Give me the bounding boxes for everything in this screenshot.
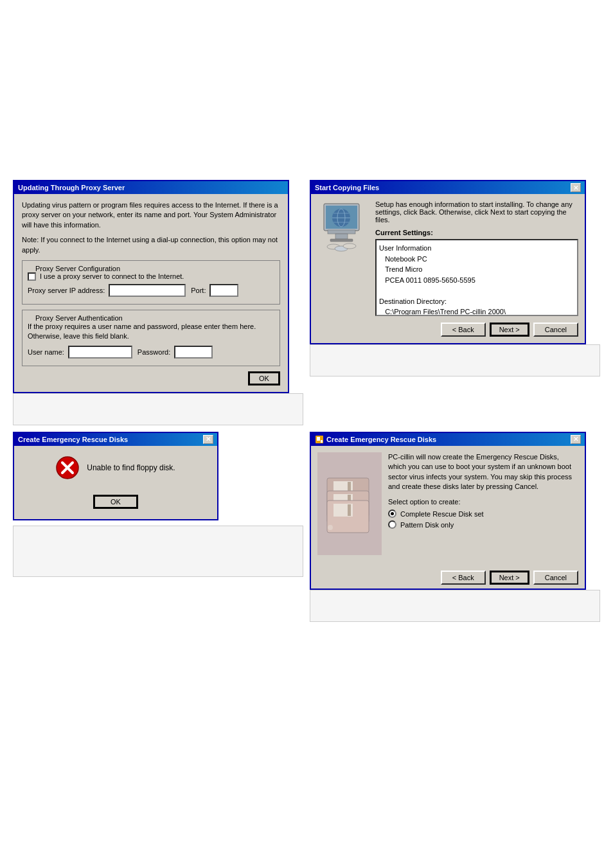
- svg-rect-18: [321, 440, 323, 443]
- rescue-disk-image: [317, 452, 382, 555]
- rescue-error-buttons: OK: [24, 495, 207, 509]
- rescue-error-close-button[interactable]: ✕: [203, 435, 213, 444]
- proxy-password-input[interactable]: [174, 346, 213, 359]
- copy-next-button[interactable]: Next >: [490, 323, 529, 337]
- rescue-titlebar-icon: [315, 435, 324, 444]
- rescue-error-titlebar: Create Emergency Rescue Disks ✕: [14, 433, 217, 446]
- proxy-credentials-row: User name: Password:: [28, 346, 274, 359]
- rescue-main-close-button[interactable]: ✕: [571, 435, 581, 444]
- rescue-next-button[interactable]: Next >: [490, 571, 529, 585]
- copy-settings-box: User Information Notebook PC Trend Micro…: [375, 239, 578, 316]
- rescue-cancel-button[interactable]: Cancel: [533, 571, 578, 585]
- proxy-ip-input[interactable]: [109, 284, 186, 297]
- computer-illustration: [317, 200, 366, 255]
- proxy-dialog-titlebar: Updating Through Proxy Server: [14, 181, 288, 194]
- proxy-server-dialog: Updating Through Proxy Server Updating v…: [13, 180, 289, 393]
- proxy-auth-text: If the proxy requires a user name and pa…: [28, 322, 274, 342]
- rescue-main-buttons: < Back Next > Cancel: [311, 567, 585, 589]
- proxy-dialog-title: Updating Through Proxy Server: [18, 184, 125, 191]
- copy-dialog-title: Start Copying Files: [315, 184, 379, 191]
- rescue-radio-1[interactable]: [388, 509, 396, 518]
- svg-rect-17: [317, 437, 320, 441]
- rescue-main-dialog: Create Emergency Rescue Disks ✕: [310, 432, 586, 590]
- rescue-main-text: PC-cillin will now create the Emergency …: [388, 452, 578, 555]
- proxy-port-input[interactable]: [209, 284, 238, 297]
- proxy-auth-group: Proxy Server Authentication If the proxy…: [22, 310, 280, 366]
- rescue-option2-row: Pattern Disk only: [388, 520, 578, 529]
- caption-1: [13, 393, 303, 425]
- rescue-option2-label: Pattern Disk only: [400, 521, 454, 529]
- copy-cancel-button[interactable]: Cancel: [533, 323, 578, 337]
- svg-rect-2: [328, 230, 355, 234]
- copy-buttons: < Back Next > Cancel: [317, 323, 578, 337]
- rescue-error-body: Unable to find floppy disk. OK: [14, 446, 217, 519]
- svg-point-30: [328, 525, 333, 530]
- proxy-username-input[interactable]: [68, 346, 132, 359]
- copy-settings-label: Current Settings:: [375, 229, 578, 236]
- svg-point-12: [343, 244, 356, 249]
- rescue-select-label: Select option to create:: [388, 498, 578, 506]
- copy-dialog-text: Setup has enough information to start in…: [375, 200, 578, 316]
- floppy-illustration: [321, 465, 378, 542]
- copy-dialog-image: [317, 200, 369, 316]
- rescue-error-message: Unable to find floppy disk.: [87, 463, 175, 472]
- caption-4: [310, 590, 600, 622]
- rescue-option1-label: Complete Rescue Disk set: [400, 510, 484, 518]
- error-x-icon: [56, 456, 79, 479]
- rescue-error-dialog: Create Emergency Rescue Disks ✕ Unable t…: [13, 432, 218, 520]
- rescue-main-titlebar: Create Emergency Rescue Disks ✕: [311, 433, 585, 446]
- rescue-back-button[interactable]: < Back: [441, 571, 486, 585]
- proxy-port-label: Port:: [191, 287, 206, 294]
- copy-files-dialog: Start Copying Files ✕: [310, 180, 586, 344]
- rescue-error-content: Unable to find floppy disk.: [56, 456, 175, 479]
- caption-2: [310, 344, 600, 376]
- proxy-username-label: User name:: [28, 348, 64, 356]
- rescue-main-title: Create Emergency Rescue Disks: [326, 436, 436, 443]
- proxy-buttons: OK: [22, 371, 280, 385]
- rescue-error-title: Create Emergency Rescue Disks: [18, 436, 128, 443]
- proxy-ip-label: Proxy server IP address:: [28, 287, 105, 294]
- rescue-option1-row: Complete Rescue Disk set: [388, 509, 578, 518]
- proxy-body-text-1: Updating virus pattern or program files …: [22, 200, 280, 230]
- copy-back-button[interactable]: < Back: [441, 323, 486, 337]
- copy-intro-text: Setup has enough information to start in…: [375, 200, 578, 224]
- proxy-checkbox-row: I use a proxy server to connect to the I…: [28, 272, 274, 281]
- proxy-ok-button[interactable]: OK: [248, 371, 280, 385]
- svg-rect-4: [330, 239, 353, 242]
- rescue-radio-2[interactable]: [388, 520, 396, 529]
- svg-rect-29: [348, 504, 351, 516]
- proxy-ip-row: Proxy server IP address: Port:: [28, 284, 274, 297]
- proxy-config-group: Proxy Server Configuration I use a proxy…: [22, 260, 280, 305]
- proxy-checkbox[interactable]: [28, 272, 36, 281]
- proxy-auth-legend: Proxy Server Authentication: [33, 314, 274, 322]
- proxy-checkbox-label: I use a proxy server to connect to the I…: [40, 272, 184, 280]
- rescue-main-body: PC-cillin will now create the Emergency …: [311, 446, 585, 562]
- copy-close-button[interactable]: ✕: [571, 183, 581, 192]
- caption-3: [13, 526, 303, 577]
- proxy-password-label: Password:: [138, 348, 170, 356]
- proxy-body-text-2: Note: If you connect to the Internet usi…: [22, 235, 280, 255]
- rescue-error-ok-button[interactable]: OK: [93, 495, 138, 509]
- copy-dialog-titlebar: Start Copying Files ✕: [311, 181, 585, 194]
- rescue-body-text: PC-cillin will now create the Emergency …: [388, 452, 578, 492]
- proxy-config-legend: Proxy Server Configuration: [33, 265, 274, 272]
- svg-rect-3: [335, 234, 348, 239]
- settings-content: User Information Notebook PC Trend Micro…: [379, 243, 574, 316]
